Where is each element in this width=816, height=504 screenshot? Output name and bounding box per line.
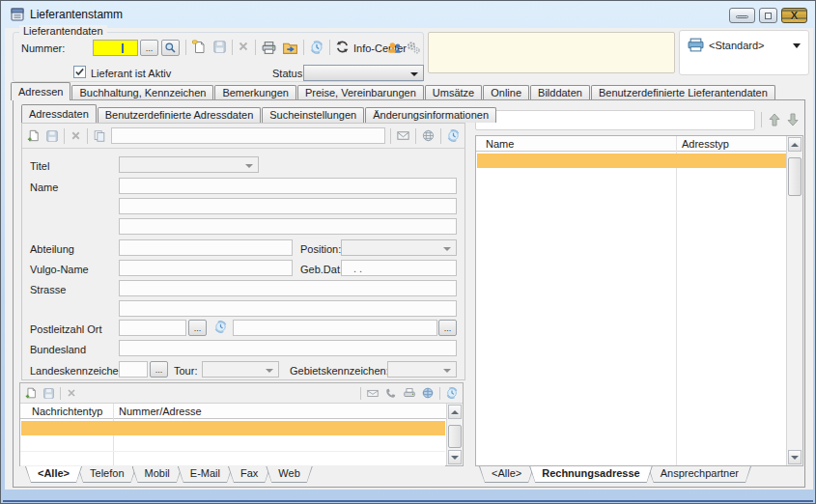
message-tab-fax[interactable]: Fax (228, 466, 270, 483)
scroll-up-button[interactable] (788, 137, 802, 152)
tab-aenderungsinformationen[interactable]: Änderungsinformationen (365, 107, 496, 123)
position-dropdown[interactable] (341, 239, 457, 256)
new-record-button[interactable] (191, 40, 207, 55)
main-tab-bar: Adressen Buchhaltung, Kennzeichen Bemerk… (11, 82, 776, 100)
bundesland-input[interactable] (119, 340, 457, 356)
tab-benutzerdefinierte-adressdaten[interactable]: Benutzerdefinierte Adressdaten (98, 107, 262, 123)
copy-address-button[interactable] (93, 129, 106, 143)
address-tab-rechnungsadresse[interactable]: Rechnungsadresse (529, 466, 652, 483)
address-quick-field[interactable] (111, 127, 385, 144)
scroll-down-button[interactable] (788, 450, 802, 464)
plz-input[interactable] (119, 320, 186, 336)
vulgo-name-label: Vulgo-Name (30, 264, 89, 275)
info-center-button[interactable] (335, 40, 350, 54)
strasse-input-2[interactable] (119, 300, 457, 317)
vulgo-name-input[interactable] (119, 260, 293, 276)
settings-button[interactable] (406, 40, 421, 55)
tab-preise-vereinbarungen[interactable]: Preise, Vereinbarungen (297, 85, 424, 100)
column-nachrichtentyp[interactable]: Nachrichtentyp (32, 406, 102, 417)
history-button[interactable] (309, 40, 324, 55)
save-message-button[interactable] (42, 387, 55, 400)
message-web-button[interactable] (421, 386, 435, 400)
name-input-3[interactable] (119, 218, 457, 235)
message-mail-button[interactable] (366, 386, 380, 400)
nummer-browse-button[interactable]: ... (140, 40, 158, 56)
address-tab-alle[interactable]: <Alle> (479, 466, 534, 483)
save-address-button[interactable] (45, 129, 59, 143)
save-button[interactable] (212, 40, 227, 54)
move-down-button[interactable] (785, 112, 801, 127)
scrollbar-thumb[interactable] (448, 425, 462, 448)
titel-dropdown[interactable] (119, 156, 259, 173)
toolbar-separator (87, 128, 88, 144)
gebietskennzeichen-dropdown[interactable] (387, 361, 457, 378)
message-tab-web[interactable]: Web (266, 466, 312, 483)
geb-dat-input[interactable]: . . (341, 260, 457, 276)
open-export-button[interactable] (282, 40, 298, 56)
plz-browse-button[interactable]: ... (188, 320, 207, 336)
tab-sucheinstellungen[interactable]: Sucheinstellungen (262, 107, 364, 123)
message-fax-button[interactable] (403, 386, 416, 400)
tab-benutzerdefinierte-lieferantendaten[interactable]: Benutzerdefinierte Lieferantendaten (591, 85, 775, 100)
status-dropdown[interactable] (303, 65, 424, 81)
strasse-input-1[interactable] (119, 280, 457, 296)
selected-row[interactable] (477, 154, 786, 168)
print-button[interactable] (261, 40, 277, 56)
tab-buchhaltung-kennzeichen[interactable]: Buchhaltung, Kennzeichen (71, 85, 213, 100)
scroll-up-button[interactable] (448, 405, 462, 419)
nummer-input[interactable] (93, 40, 138, 56)
titlebar[interactable]: Lieferantenstamm X (1, 1, 815, 28)
landeskennzeichen-browse-button[interactable]: ... (150, 361, 168, 378)
plz-history-button[interactable] (213, 320, 228, 334)
address-history-button[interactable] (446, 128, 461, 143)
ort-input[interactable] (233, 320, 437, 336)
column-name[interactable]: Name (486, 138, 514, 150)
contacts-button[interactable] (386, 40, 403, 56)
move-up-button[interactable] (767, 112, 782, 127)
new-address-button[interactable] (26, 128, 41, 143)
selected-row[interactable] (21, 421, 445, 435)
message-tab-mobil[interactable]: Mobil (132, 466, 183, 483)
tab-adressdaten[interactable]: Adressdaten (21, 104, 97, 123)
delete-address-button[interactable] (70, 129, 82, 142)
tab-adressen[interactable]: Adressen (11, 82, 70, 100)
tab-umsaetze[interactable]: Umsätze (425, 85, 482, 100)
new-message-button[interactable] (24, 386, 38, 400)
column-nummer-adresse[interactable]: Nummer/Adresse (119, 406, 202, 417)
tab-bemerkungen[interactable]: Bemerkungen (214, 85, 296, 100)
tab-online[interactable]: Online (483, 85, 529, 100)
address-list-filter-field[interactable] (475, 110, 755, 130)
message-tab-email[interactable]: E-Mail (178, 466, 233, 483)
message-history-button[interactable] (445, 386, 459, 400)
tour-label: Tour: (174, 365, 197, 377)
delete-button[interactable] (237, 40, 250, 53)
address-scrollbar[interactable] (786, 136, 802, 465)
tab-bilddaten[interactable]: Bilddaten (530, 85, 590, 100)
delete-message-button[interactable] (66, 387, 77, 399)
aktiv-label: Lieferant ist Aktiv (91, 68, 171, 79)
minimize-button[interactable] (729, 8, 755, 23)
message-call-button[interactable] (384, 386, 398, 400)
address-tab-ansprechpartner[interactable]: Ansprechpartner (648, 466, 751, 483)
abteilung-input[interactable] (119, 239, 293, 256)
map-globe-button[interactable] (421, 128, 436, 143)
aktiv-checkbox[interactable] (73, 66, 86, 78)
scrollbar-thumb[interactable] (788, 157, 802, 196)
message-tab-telefon[interactable]: Telefon (77, 466, 136, 483)
landeskennzeichen-input[interactable] (119, 361, 148, 378)
search-button[interactable] (161, 40, 180, 56)
contacts-icon (386, 40, 403, 56)
profile-dropdown-button[interactable] (793, 43, 801, 48)
name-input-1[interactable] (119, 178, 457, 194)
ort-browse-button[interactable]: ... (438, 320, 457, 336)
close-button[interactable]: X (781, 8, 807, 23)
message-tab-alle[interactable]: <Alle> (25, 466, 82, 483)
address-sub-tab-bar: Adressdaten Benutzerdefinierte Adressdat… (21, 104, 497, 123)
tour-dropdown[interactable] (202, 361, 279, 378)
scroll-down-button[interactable] (448, 450, 462, 464)
send-mail-button[interactable] (396, 128, 410, 143)
maximize-button[interactable] (759, 8, 777, 23)
message-scrollbar[interactable] (446, 404, 463, 465)
column-adresstyp[interactable]: Adresstyp (682, 138, 729, 150)
name-input-2[interactable] (119, 198, 457, 214)
